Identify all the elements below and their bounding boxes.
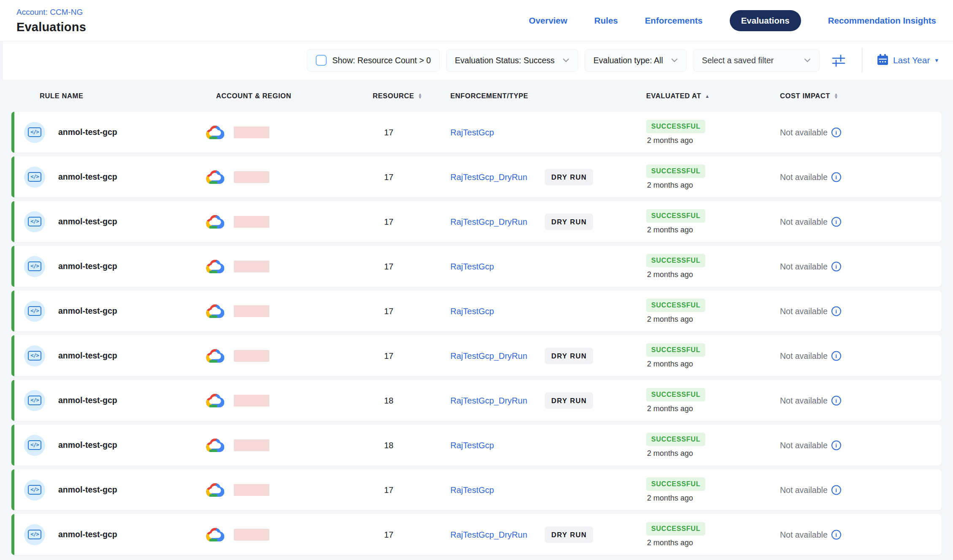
gcp-cloud-icon xyxy=(206,258,225,275)
evaluated-time: 2 months ago xyxy=(646,360,693,369)
enforcement-cell: RajTestGcp xyxy=(450,440,494,450)
saved-filter-dropdown[interactable]: Select a saved filter xyxy=(693,49,820,72)
cost-impact-cell: Not available i xyxy=(780,351,841,361)
code-rule-icon: </> xyxy=(24,390,45,411)
sort-ascending-icon[interactable]: ▲ xyxy=(705,93,710,98)
info-circle-icon[interactable]: i xyxy=(831,351,841,361)
code-glyph: </> xyxy=(28,261,41,271)
code-rule-icon: </> xyxy=(24,256,45,277)
table-row[interactable]: </> anmol-test-gcp xyxy=(11,246,942,287)
dry-run-badge: DRY RUN xyxy=(545,392,593,409)
enforcement-link[interactable]: RajTestGcp xyxy=(450,485,494,495)
info-circle-icon[interactable]: i xyxy=(831,127,841,137)
redacted-account-id xyxy=(234,171,269,183)
rule-name-cell: </> anmol-test-gcp xyxy=(24,479,117,501)
rule-name: anmol-test-gcp xyxy=(58,217,117,226)
cost-impact-cell: Not available i xyxy=(780,306,841,316)
breadcrumb-account-link[interactable]: Account: CCM-NG xyxy=(16,8,86,17)
enforcement-link[interactable]: RajTestGcp xyxy=(450,306,494,316)
code-glyph: </> xyxy=(28,351,41,361)
info-circle-icon[interactable]: i xyxy=(831,261,841,271)
enforcement-link[interactable]: RajTestGcp_DryRun xyxy=(450,172,527,182)
evaluation-status-dropdown[interactable]: Evaluation Status: Success xyxy=(446,49,578,72)
evaluated-at-cell: SUCCESSFUL 2 months ago xyxy=(646,343,705,369)
resource-count: 17 xyxy=(384,530,393,539)
row-status-accent-bar xyxy=(11,201,14,242)
enforcement-link[interactable]: RajTestGcp xyxy=(450,440,494,450)
sort-up-down-icon[interactable]: ▲▼ xyxy=(418,93,422,98)
filter-sliders-icon[interactable] xyxy=(831,53,846,67)
divider xyxy=(862,48,862,73)
redacted-account-id xyxy=(234,439,269,451)
info-circle-icon[interactable]: i xyxy=(831,440,841,450)
enforcement-link[interactable]: RajTestGcp_DryRun xyxy=(450,217,527,226)
resource-count: 18 xyxy=(384,440,393,450)
info-circle-icon[interactable]: i xyxy=(831,530,841,539)
cost-impact-value: Not available xyxy=(780,530,828,539)
enforcement-link[interactable]: RajTestGcp_DryRun xyxy=(450,530,527,539)
resource-cell: 17 xyxy=(365,261,412,271)
cost-impact-cell: Not available i xyxy=(780,261,841,271)
table-row[interactable]: </> anmol-test-gcp xyxy=(11,291,942,331)
rule-name: anmol-test-gcp xyxy=(58,530,117,539)
rule-name: anmol-test-gcp xyxy=(58,172,117,182)
dry-run-badge: DRY RUN xyxy=(545,169,593,185)
evaluation-type-dropdown[interactable]: Evaluation type: All xyxy=(585,49,687,72)
evaluated-time: 2 months ago xyxy=(646,136,693,145)
table-row[interactable]: </> anmol-test-gcp xyxy=(11,380,942,421)
resource-count: 17 xyxy=(384,306,393,316)
enforcement-link[interactable]: RajTestGcp xyxy=(450,127,494,137)
info-circle-icon[interactable]: i xyxy=(831,485,841,495)
code-rule-icon: </> xyxy=(24,122,45,143)
resource-count: 17 xyxy=(384,127,393,137)
resource-count-checkbox[interactable] xyxy=(316,55,327,66)
chevron-down-icon xyxy=(671,58,678,62)
cost-impact-cell: Not available i xyxy=(780,172,841,182)
evaluated-at-cell: SUCCESSFUL 2 months ago xyxy=(646,209,705,234)
enforcement-link[interactable]: RajTestGcp xyxy=(450,261,494,271)
table-row[interactable]: </> anmol-test-gcp xyxy=(11,425,942,466)
table-row[interactable]: </> anmol-test-gcp xyxy=(11,335,942,376)
code-glyph: </> xyxy=(28,485,41,495)
gcp-cloud-icon xyxy=(206,303,225,319)
calendar-icon xyxy=(876,53,889,67)
cost-impact-value: Not available xyxy=(780,261,828,271)
date-range-picker[interactable]: Last Year ▾ xyxy=(876,53,938,67)
tab-recommendation-insights[interactable]: Recommendation Insights xyxy=(828,16,936,26)
redacted-account-id xyxy=(234,529,269,541)
table-row[interactable]: </> anmol-test-gcp xyxy=(11,156,942,197)
cost-impact-cell: Not available i xyxy=(780,217,841,226)
info-circle-icon[interactable]: i xyxy=(831,217,841,226)
gcp-cloud-icon xyxy=(206,527,225,543)
evaluated-time: 2 months ago xyxy=(646,181,693,190)
row-status-accent-bar xyxy=(11,335,14,376)
title-block: Account: CCM-NG Evaluations xyxy=(16,7,86,34)
tab-evaluations[interactable]: Evaluations xyxy=(730,10,801,31)
enforcement-link[interactable]: RajTestGcp_DryRun xyxy=(450,351,527,361)
account-region-cell xyxy=(206,393,269,409)
table-row[interactable]: </> anmol-test-gcp xyxy=(11,469,942,510)
resource-cell: 17 xyxy=(365,306,412,316)
code-glyph: </> xyxy=(28,396,41,405)
cost-impact-cell: Not available i xyxy=(780,485,841,495)
gcp-cloud-icon xyxy=(206,348,225,364)
table-row[interactable]: </> anmol-test-gcp xyxy=(11,201,942,242)
resource-count-filter[interactable]: Show: Resource Count > 0 xyxy=(307,49,440,72)
tab-enforcements[interactable]: Enforcements xyxy=(645,16,703,26)
table-row[interactable]: </> anmol-test-gcp xyxy=(11,514,942,555)
info-circle-icon[interactable]: i xyxy=(831,172,841,182)
status-badge: SUCCESSFUL xyxy=(646,388,705,401)
tab-overview[interactable]: Overview xyxy=(529,16,567,26)
info-circle-icon[interactable]: i xyxy=(831,306,841,316)
enforcement-link[interactable]: RajTestGcp_DryRun xyxy=(450,396,527,405)
evaluated-at-cell: SUCCESSFUL 2 months ago xyxy=(646,120,705,145)
code-glyph: </> xyxy=(28,217,41,226)
evaluated-at-cell: SUCCESSFUL 2 months ago xyxy=(646,522,705,547)
table-row[interactable]: </> anmol-test-gcp xyxy=(11,112,942,153)
col-resource: RESOURCE▲▼ xyxy=(373,92,422,100)
info-circle-icon[interactable]: i xyxy=(831,396,841,405)
code-glyph: </> xyxy=(28,127,41,137)
tab-rules[interactable]: Rules xyxy=(594,16,618,26)
sort-up-down-icon[interactable]: ▲▼ xyxy=(834,93,839,98)
dry-run-badge: DRY RUN xyxy=(545,347,593,364)
